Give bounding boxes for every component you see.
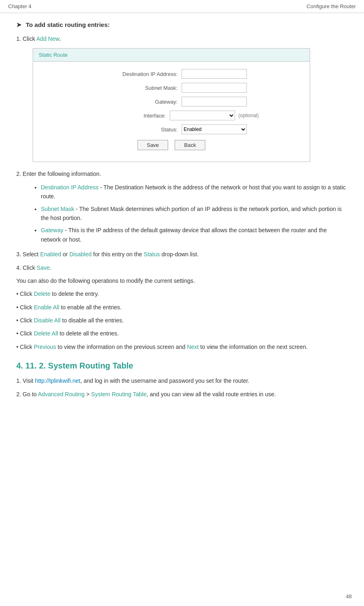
dest-ip-label: Destination IP Address: xyxy=(96,71,178,77)
disable-all-link: Disable All xyxy=(34,317,60,324)
tplinkwifi-link[interactable]: http://tplinkwifi.net xyxy=(35,377,80,384)
status-row: Status: Enabled Disabled xyxy=(41,124,302,134)
save-link: Save xyxy=(37,264,50,271)
delete-all-link: Delete All xyxy=(34,330,58,337)
subnet-mask-label: Subnet Mask: xyxy=(96,85,178,91)
interface-row: Interface: (optional) xyxy=(41,111,302,120)
step3-line: 3. Select Enabled or Disabled for this e… xyxy=(16,250,348,259)
op-disable-all: • Click Disable All to disable all the e… xyxy=(16,316,348,325)
dest-ip-row: Destination IP Address: xyxy=(41,69,302,79)
visit-step2: 2. Go to Advanced Routing > System Routi… xyxy=(16,390,348,399)
chapter-label: Chapter 4 xyxy=(8,3,31,9)
system-routing-table-link: System Routing Table xyxy=(91,391,146,397)
page-number: 48 xyxy=(346,593,352,599)
op-delete-all: • Click Delete All to delete all the ent… xyxy=(16,329,348,338)
previous-link: Previous xyxy=(34,344,56,350)
delete-link: Delete xyxy=(34,291,50,297)
enabled-link: Enabled xyxy=(40,251,61,257)
bullet-dest-ip: Destination IP Address - The Destination… xyxy=(41,183,348,201)
status-select[interactable]: Enabled Disabled xyxy=(182,124,247,134)
bullet-gateway: Gateway - This is the IP address of the … xyxy=(41,226,348,244)
dest-ip-input[interactable] xyxy=(182,69,247,79)
gateway-term: Gateway xyxy=(41,227,63,233)
optional-label: (optional) xyxy=(238,113,259,118)
add-new-link[interactable]: Add New xyxy=(36,36,59,42)
form-buttons: Save Back xyxy=(41,140,302,154)
arrow-icon: ➤ xyxy=(16,21,22,28)
step4-line: 4. Click Save. xyxy=(16,263,348,272)
op-previous-next: • Click Previous to view the information… xyxy=(16,342,348,351)
status-link: Status xyxy=(144,251,160,257)
section-411-title: 4. 11. 2. System Routing Table xyxy=(16,361,348,371)
next-link: Next xyxy=(187,344,199,350)
static-route-body: Destination IP Address: Subnet Mask: Gat… xyxy=(33,62,310,162)
visit-step1: 1. Visit http://tplinkwifi.net, and log … xyxy=(16,376,348,385)
save-button[interactable]: Save xyxy=(138,140,169,150)
enable-all-link: Enable All xyxy=(34,304,59,311)
static-route-title: Static Route xyxy=(33,49,310,62)
gateway-label: Gateway: xyxy=(96,99,178,105)
subnet-mask-input[interactable] xyxy=(182,83,247,93)
section-label: Configure the Router xyxy=(306,3,356,9)
static-route-box: Static Route Destination IP Address: Sub… xyxy=(33,48,310,162)
interface-select-wrap: (optional) xyxy=(170,111,259,120)
bullet-subnet: Subnet Mask - The Subnet Mask determines… xyxy=(41,204,348,223)
step1-line: 1. Click Add New. xyxy=(16,34,348,43)
section-heading: ➤ To add static routing entries: xyxy=(16,21,348,29)
page-content: ➤ To add static routing entries: 1. Clic… xyxy=(0,13,364,419)
gateway-row: Gateway: xyxy=(41,97,302,107)
subnet-term: Subnet Mask xyxy=(41,206,74,212)
advanced-routing-link: Advanced Routing xyxy=(38,391,84,397)
interface-label: Interface: xyxy=(84,113,166,119)
step2-intro: 2. Enter the following information. xyxy=(16,169,348,178)
step2-bullets: Destination IP Address - The Destination… xyxy=(41,183,348,244)
subnet-mask-row: Subnet Mask: xyxy=(41,83,302,93)
gateway-input[interactable] xyxy=(182,97,247,107)
operations-intro: You can also do the following operations… xyxy=(16,276,348,285)
back-button[interactable]: Back xyxy=(175,140,205,150)
op-delete: • Click Delete to delete the entry. xyxy=(16,289,348,298)
page-header: Chapter 4 Configure the Router xyxy=(0,0,364,13)
op-enable-all: • Click Enable All to enable all the ent… xyxy=(16,303,348,312)
disabled-link: Disabled xyxy=(69,251,91,257)
status-label: Status: xyxy=(96,127,178,133)
interface-select[interactable] xyxy=(170,111,235,120)
dest-ip-term: Destination IP Address xyxy=(41,184,98,191)
